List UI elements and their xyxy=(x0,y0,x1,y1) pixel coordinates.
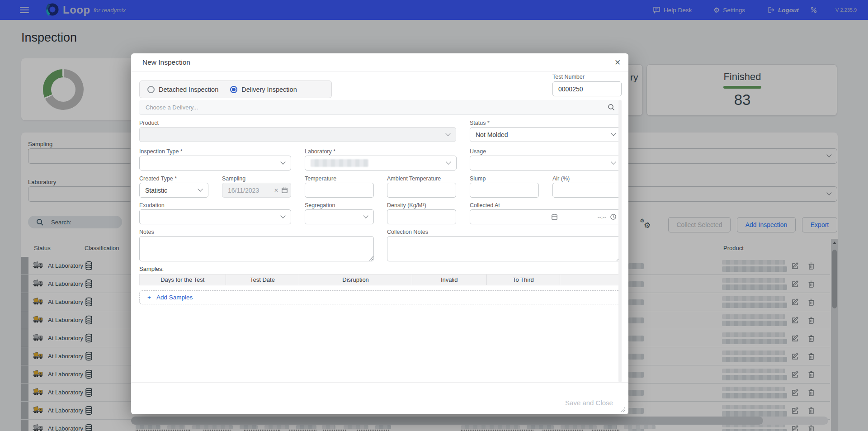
status-field: Status * Not Molded xyxy=(470,120,622,142)
chevron-down-icon xyxy=(280,159,285,164)
exudation-field: Exudation xyxy=(139,202,291,224)
status-select[interactable]: Not Molded xyxy=(470,127,622,142)
choose-delivery-placeholder: Choose a Delivery... xyxy=(146,104,608,111)
collected-at-field: Collected At --:-- xyxy=(470,202,622,224)
new-inspection-dialog: New Inspection ✕ Detached Inspection Del… xyxy=(131,53,628,414)
inspection-type-select[interactable] xyxy=(139,156,291,171)
notes-textarea[interactable] xyxy=(139,236,374,261)
samples-column-header: Days for the Test xyxy=(140,275,226,285)
segregation-select[interactable] xyxy=(305,209,374,224)
add-samples-label: Add Samples xyxy=(156,294,193,301)
resize-handle-icon[interactable] xyxy=(369,256,373,261)
samples-column-header: Test Date xyxy=(226,275,300,285)
collection-notes-label: Collection Notes xyxy=(387,229,428,235)
test-number-label: Test Number xyxy=(552,74,622,80)
chevron-down-icon xyxy=(446,159,451,164)
modal-scrollbar[interactable] xyxy=(618,100,622,382)
notes-label: Notes xyxy=(139,229,154,235)
clock-icon[interactable] xyxy=(610,213,617,220)
sampling-date-input[interactable]: 16/11/2023 ✕ xyxy=(222,183,291,198)
usage-select[interactable] xyxy=(470,156,622,171)
air-field: Air (%) xyxy=(552,175,622,198)
samples-column-header xyxy=(560,275,621,285)
created-type-select[interactable]: Statistic xyxy=(139,183,208,198)
inspection-type-field: Inspection Type * xyxy=(139,148,291,171)
ambient-temperature-input[interactable] xyxy=(387,183,456,198)
divider xyxy=(131,382,628,383)
calendar-icon[interactable] xyxy=(551,213,558,220)
chevron-down-icon xyxy=(280,213,285,218)
chevron-down-icon xyxy=(363,213,368,218)
laboratory-field: Laboratory * xyxy=(305,148,457,171)
laboratory-select[interactable] xyxy=(305,156,457,171)
samples-label: Samples: xyxy=(139,265,164,272)
air-input[interactable] xyxy=(552,183,622,198)
time-placeholder: --:-- xyxy=(598,214,606,220)
chevron-down-icon xyxy=(611,131,616,136)
ambient-temperature-field: Ambient Temperature xyxy=(387,175,456,198)
samples-column-header: To Third xyxy=(487,275,561,285)
add-samples-button[interactable]: + Add Samples xyxy=(139,290,621,304)
close-icon[interactable]: ✕ xyxy=(611,56,624,69)
plus-icon: + xyxy=(147,294,151,301)
temperature-field: Temperature xyxy=(305,175,374,198)
test-number-input[interactable]: 0000250 xyxy=(552,81,622,96)
save-and-close-button[interactable]: Save and Close xyxy=(561,395,618,410)
usage-field: Usage xyxy=(470,148,622,171)
created-type-value: Statistic xyxy=(145,187,167,194)
radio-unselected-icon xyxy=(147,86,155,93)
collected-at-input[interactable]: --:-- xyxy=(470,209,622,224)
radio-selected-icon xyxy=(230,86,237,93)
search-icon xyxy=(608,104,615,111)
dialog-title: New Inspection xyxy=(142,58,190,66)
exudation-select[interactable] xyxy=(139,209,291,224)
radio-delivery-inspection[interactable]: Delivery Inspection xyxy=(230,86,297,93)
test-number-field: Test Number 0000250 xyxy=(552,74,622,96)
sampling-date-value: 16/11/2023 xyxy=(228,187,274,194)
product-select[interactable] xyxy=(139,127,456,142)
density-field: Density (Kg/M³) xyxy=(387,202,456,224)
chevron-down-icon xyxy=(611,159,616,164)
chevron-down-icon xyxy=(445,131,450,136)
choose-delivery-search-input[interactable]: Choose a Delivery... xyxy=(139,100,622,115)
segregation-field: Segregation xyxy=(305,202,374,224)
radio-detached-inspection[interactable]: Detached Inspection xyxy=(147,86,218,93)
clear-icon[interactable]: ✕ xyxy=(274,187,278,194)
inspection-kind-radio-group: Detached Inspection Delivery Inspection xyxy=(139,81,332,98)
status-value: Not Molded xyxy=(476,131,508,138)
samples-table-header: Days for the TestTest DateDisruptionInva… xyxy=(139,274,621,285)
test-number-value: 0000250 xyxy=(558,85,583,93)
samples-column-header: Disruption xyxy=(299,275,412,285)
divider xyxy=(131,71,628,71)
sampling-field: Sampling 16/11/2023 ✕ xyxy=(222,175,291,198)
product-field: Product xyxy=(139,120,456,142)
slump-field: Slump xyxy=(470,175,539,198)
calendar-icon[interactable] xyxy=(281,187,288,194)
radio-label: Delivery Inspection xyxy=(241,86,297,93)
created-type-field: Created Type * Statistic xyxy=(139,175,208,198)
radio-label: Detached Inspection xyxy=(159,86,218,93)
temperature-input[interactable] xyxy=(305,183,374,198)
density-input[interactable] xyxy=(387,209,456,224)
chevron-down-icon xyxy=(198,186,203,191)
redacted-laboratory-value xyxy=(311,159,368,167)
slump-input[interactable] xyxy=(470,183,539,198)
dialog-resize-handle-icon[interactable] xyxy=(621,407,625,412)
samples-column-header: Invalid xyxy=(412,275,487,285)
collection-notes-textarea[interactable] xyxy=(387,236,622,261)
